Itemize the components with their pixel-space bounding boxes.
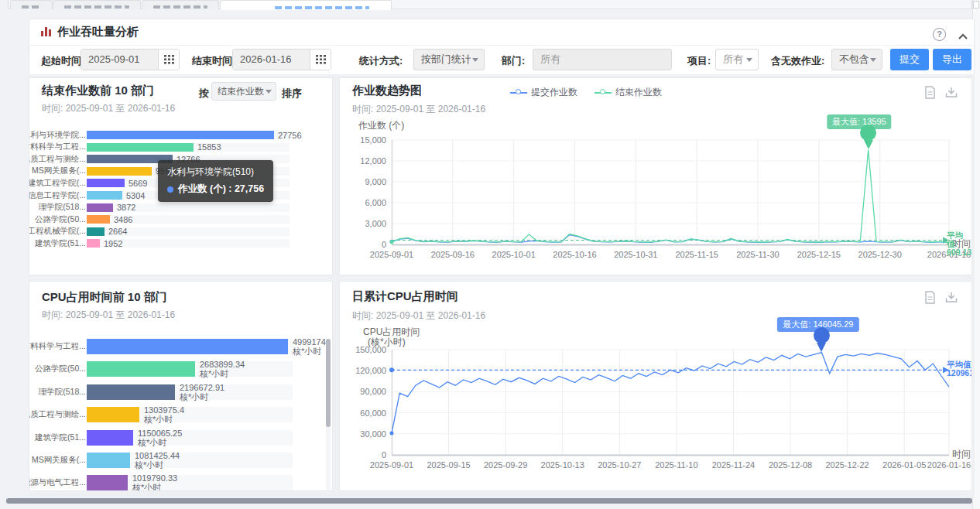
tab-3[interactable] — [142, 0, 219, 9]
sort-suffix: 排序 — [282, 87, 302, 101]
panel-subtitle: 时间: 2025-09-01 至 2026-01-16 — [352, 309, 485, 323]
bar[interactable] — [87, 407, 139, 422]
department-input[interactable]: 所有 — [533, 49, 672, 70]
bar[interactable] — [87, 203, 113, 212]
bar[interactable] — [87, 475, 128, 490]
y-axis-tick-label: 0 — [344, 240, 386, 249]
x-axis-tick-label: 2025-09-29 — [478, 460, 533, 470]
bar[interactable] — [87, 215, 110, 224]
x-axis-tick-label: 2025-09-15 — [421, 460, 477, 470]
y-axis-tick-label: 15,000 — [344, 135, 386, 145]
x-axis-tick-label: 2025-09-01 — [364, 250, 420, 259]
legend-item[interactable]: 提交作业数 — [510, 86, 577, 99]
help-icon[interactable]: ? — [933, 28, 946, 41]
panel-title: 结束作业数前 10 部门 — [42, 84, 154, 98]
tooltip-title: 水利与环境学院(510) — [167, 166, 264, 179]
bar[interactable] — [87, 361, 195, 377]
panel-title: CPU占用时间前 10 部门 — [42, 290, 167, 305]
download-icon[interactable] — [945, 87, 958, 101]
chevron-down-icon — [746, 58, 752, 62]
tab-4-active[interactable] — [220, 0, 392, 10]
x-axis-tick-label: 2025-12-22 — [820, 460, 875, 470]
avg-marker-label: 平均值:609.13 — [947, 231, 971, 257]
invalid-jobs-label: 含无效作业: — [771, 54, 824, 68]
export-button[interactable]: 导出 — [933, 49, 971, 70]
legend-label: 提交作业数 — [531, 86, 577, 99]
calendar-icon[interactable] — [310, 50, 331, 70]
bar-value-label: 1303975.4核*小时 — [144, 405, 184, 424]
collapse-icon[interactable] — [958, 29, 968, 43]
x-axis-tick-label: 2025-09-01 — [364, 460, 420, 470]
stat-mode-select[interactable]: 按部门统计 — [413, 49, 485, 70]
bar-value-label: 5669 — [128, 179, 147, 188]
page-title: 作业吞吐量分析 — [57, 25, 139, 39]
legend-marker-icon — [595, 92, 612, 94]
bar-category-label: 建筑工程学院(... — [31, 178, 86, 189]
bar-value-label: 1952 — [104, 239, 122, 248]
download-icon[interactable] — [945, 292, 958, 306]
bar[interactable] — [87, 227, 105, 236]
max-marker-pin-tail — [817, 343, 826, 352]
bar[interactable] — [87, 191, 122, 200]
legend-item[interactable]: 结束作业数 — [595, 86, 662, 99]
bar[interactable] — [87, 430, 133, 446]
bar[interactable] — [87, 143, 194, 152]
jobs_trend-line-chart[interactable] — [392, 140, 951, 248]
bar-value-label: 5304 — [126, 191, 145, 200]
tab-1[interactable] — [10, 0, 53, 9]
bar-category-label: MS网关服务(... — [31, 455, 86, 466]
panel-subtitle: 时间: 2025-09-01 至 2026-01-16 — [42, 309, 175, 322]
bar-category-label: 工程机械学院(... — [31, 226, 86, 237]
tab-bar — [8, 0, 972, 9]
x-axis-tick-label: 2025-09-16 — [425, 250, 481, 259]
bar-category-label: 材料科学与工程... — [31, 341, 86, 352]
panel-subtitle: 时间: 2025-09-01 至 2026-01-16 — [42, 102, 175, 115]
bar-value-label: 4999174核*小时 — [293, 337, 326, 356]
bar-value-label: 27756 — [278, 131, 302, 140]
sort-prefix: 按 — [199, 87, 209, 101]
tooltip-value: 作业数 (个) : 27,756 — [178, 183, 264, 196]
bar-category-label: 理学院(518... — [31, 387, 86, 398]
bar[interactable] — [87, 239, 100, 248]
panel-scrollbar-thumb[interactable] — [326, 339, 331, 427]
cpu_daily-line-chart[interactable] — [392, 350, 951, 458]
calendar-icon[interactable] — [158, 50, 179, 70]
panel-finished-jobs: 结束作业数前 10 部门 按 结束作业数 排序 时间: 2025-09-01 至… — [29, 77, 333, 275]
invalid-jobs-select[interactable]: 不包含 — [831, 49, 882, 70]
y-axis-tick-label: 12,000 — [344, 156, 386, 166]
x-axis-tick-label: 2025-10-16 — [547, 250, 602, 259]
bar[interactable] — [87, 179, 125, 187]
bar-value-label: 3872 — [117, 203, 135, 212]
y-axis-tick-label: 3,000 — [344, 219, 386, 228]
bar[interactable] — [87, 131, 274, 139]
project-select[interactable]: 所有 — [715, 49, 759, 70]
start-date-input[interactable]: 2025-09-01 — [81, 49, 180, 70]
avg-marker-label: 平均值:120961. — [947, 360, 972, 377]
vertical-scrollbar-thumb[interactable] — [973, 1, 979, 9]
max-marker-label: 最大值: 13595 — [827, 114, 892, 129]
bar-category-label: 建筑学院(51... — [31, 238, 86, 249]
sort-field-select[interactable]: 结束作业数 — [211, 82, 276, 101]
y-axis-tick-label: 90,000 — [344, 387, 386, 396]
x-axis-tick-label: 2025-12-30 — [852, 250, 908, 259]
charts-grid: 结束作业数前 10 部门 按 结束作业数 排序 时间: 2025-09-01 至… — [29, 74, 975, 497]
x-axis-tick-label: 2025-10-01 — [486, 250, 542, 259]
chevron-down-icon — [472, 58, 478, 62]
end-date-input[interactable]: 2026-01-16 — [232, 49, 331, 70]
bar-category-label: 建筑学院(51... — [31, 432, 86, 443]
x-axis-tick-label: 2025-12-08 — [762, 460, 818, 470]
submit-button[interactable]: 提交 — [890, 49, 929, 70]
bar[interactable] — [87, 384, 175, 400]
x-axis-tick-label: 2025-10-31 — [608, 250, 663, 259]
horizontal-scrollbar-thumb[interactable] — [6, 498, 972, 504]
panel-cpu-top: CPU占用时间前 10 部门 时间: 2025-09-01 至 2026-01-… — [29, 281, 333, 491]
bar-value-label: 3486 — [114, 215, 132, 224]
bar[interactable] — [87, 339, 288, 354]
bar[interactable] — [87, 167, 152, 176]
bar-value-label: 1150065.25核*小时 — [138, 429, 182, 447]
bar[interactable] — [87, 453, 130, 468]
tab-2[interactable] — [53, 0, 141, 9]
bar-category-label: 地质工程与测绘... — [31, 409, 86, 420]
data-view-icon[interactable] — [924, 291, 936, 307]
data-view-icon[interactable] — [924, 86, 936, 102]
